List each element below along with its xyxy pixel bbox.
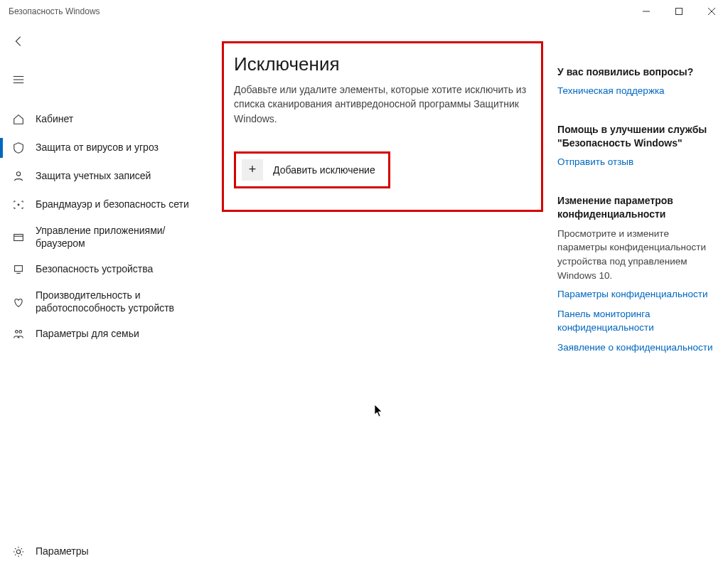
nav-label: Производительность и работоспособность у…: [36, 289, 198, 314]
nav-account-protection[interactable]: Защита учетных записей: [0, 162, 208, 191]
title-bar: Безопасность Windows: [0, 0, 728, 23]
nav-label: Безопасность устройства: [36, 263, 153, 276]
add-exclusion-label: Добавить исключение: [273, 164, 375, 176]
gear-icon: [11, 545, 26, 559]
nav-firewall[interactable]: Брандмауэр и безопасность сети: [0, 191, 208, 219]
plus-icon: +: [242, 159, 263, 181]
minimize-button[interactable]: [630, 0, 663, 23]
nav-settings[interactable]: Параметры: [0, 538, 208, 566]
page-title: Исключения: [234, 53, 531, 75]
hamburger-button[interactable]: [3, 67, 34, 92]
window-title: Безопасность Windows: [9, 6, 100, 16]
section-title: Помощь в улучшении службы "Безопасность …: [557, 123, 717, 150]
link-send-feedback[interactable]: Отправить отзыв: [557, 156, 717, 169]
link-privacy-statement[interactable]: Заявление о конфиденциальности: [557, 341, 717, 354]
nav-home[interactable]: Кабинет: [0, 105, 208, 134]
sidebar: Кабинет Защита от вирусов и угроз Защита…: [0, 23, 208, 566]
window-controls: [630, 0, 728, 23]
section-improve: Помощь в улучшении службы "Безопасность …: [557, 123, 717, 169]
nav-label: Параметры для семьи: [36, 328, 139, 341]
nav-device-performance[interactable]: Производительность и работоспособность у…: [0, 284, 208, 320]
highlight-frame-inner: + Добавить исключение: [234, 151, 390, 188]
nav-list: Кабинет Защита от вирусов и угроз Защита…: [0, 105, 208, 538]
close-button[interactable]: [695, 0, 728, 23]
svg-rect-9: [14, 234, 23, 240]
nav-device-security[interactable]: Безопасность устройства: [0, 255, 208, 284]
cursor-icon: [374, 404, 384, 418]
nav-label: Защита учетных записей: [36, 170, 151, 183]
svg-rect-11: [15, 266, 23, 272]
highlight-frame: Исключения Добавьте или удалите элементы…: [222, 41, 543, 212]
nav-label: Защита от вирусов и угроз: [36, 142, 159, 154]
maximize-button[interactable]: [663, 0, 695, 23]
nav-label: Кабинет: [36, 113, 73, 126]
nav-label: Брандмауэр и безопасность сети: [36, 198, 189, 211]
svg-point-7: [16, 172, 20, 176]
firewall-icon: [11, 198, 26, 212]
section-text: Просмотрите и измените параметры конфиде…: [557, 227, 717, 282]
person-icon: [11, 169, 26, 183]
svg-point-15: [16, 550, 20, 553]
shield-icon: [11, 141, 26, 155]
nav-app-browser[interactable]: Управление приложениями/браузером: [0, 219, 208, 255]
back-button[interactable]: [3, 28, 34, 54]
add-exclusion-button[interactable]: + Добавить исключение: [236, 154, 388, 186]
app-browser-icon: [11, 230, 26, 245]
svg-point-14: [19, 331, 22, 333]
section-title: У вас появились вопросы?: [557, 65, 717, 79]
svg-point-8: [18, 204, 19, 205]
nav-label: Управление приложениями/браузером: [36, 225, 198, 250]
section-title: Изменение параметров конфиденциальности: [557, 194, 717, 221]
heart-icon: [11, 295, 26, 309]
section-privacy: Изменение параметров конфиденциальности …: [557, 194, 717, 354]
nav-virus-threat[interactable]: Защита от вирусов и угроз: [0, 134, 208, 162]
device-security-icon: [11, 262, 26, 277]
nav-label: Параметры: [36, 545, 89, 558]
svg-point-13: [16, 331, 18, 333]
nav-family-options[interactable]: Параметры для семьи: [0, 320, 208, 348]
page-description: Добавьте или удалите элементы, которые х…: [234, 82, 531, 126]
link-tech-support[interactable]: Техническая поддержка: [557, 85, 717, 97]
right-panel: У вас появились вопросы? Техническая под…: [557, 23, 728, 566]
link-privacy-settings[interactable]: Параметры конфиденциальности: [557, 288, 717, 301]
home-icon: [11, 112, 26, 127]
family-icon: [11, 327, 26, 341]
section-questions: У вас появились вопросы? Техническая под…: [557, 65, 717, 97]
main-content: Исключения Добавьте или удалите элементы…: [208, 23, 557, 566]
link-privacy-dashboard[interactable]: Панель мониторинга конфиденциальности: [557, 308, 717, 333]
svg-rect-1: [676, 9, 682, 15]
